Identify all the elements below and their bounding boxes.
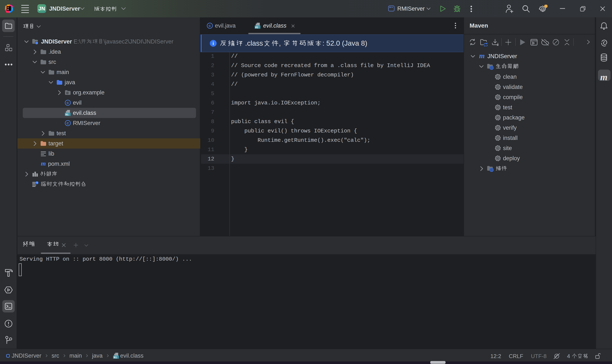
svg-text:01: 01 (113, 356, 117, 359)
svg-text:01: 01 (255, 26, 258, 29)
svg-text:C: C (209, 24, 211, 27)
svg-text:C: C (67, 121, 69, 125)
svg-text:IJ: IJ (7, 7, 9, 9)
svg-text:C: C (67, 101, 69, 105)
svg-text:01: 01 (65, 113, 69, 116)
